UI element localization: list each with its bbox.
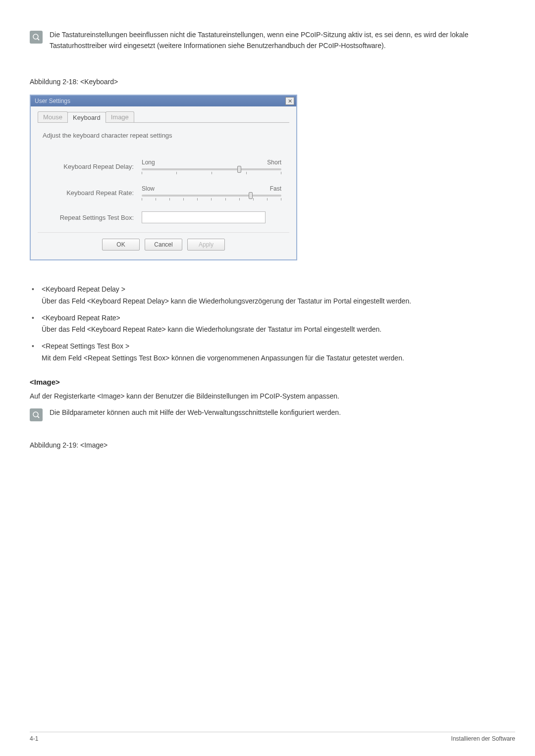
cancel-button[interactable]: Cancel	[145, 239, 182, 251]
svg-point-0	[33, 34, 38, 39]
item-title: <Repeat Settings Test Box >	[42, 341, 515, 352]
svg-line-1	[38, 39, 39, 40]
item-body: Über das Feld <Keyboard Repeat Rate> kan…	[42, 325, 381, 333]
section-heading-image: <Image>	[30, 378, 515, 386]
user-settings-dialog: User Settings ✕ Mouse Keyboard Image Adj…	[30, 95, 297, 260]
slider-repeat-rate[interactable]: Slow Fast	[142, 185, 281, 201]
tabstrip: Mouse Keyboard Image	[38, 111, 289, 123]
slider-delay-left: Long	[142, 159, 155, 166]
slider-delay-thumb[interactable]	[237, 166, 241, 173]
svg-line-3	[38, 416, 39, 418]
dialog-instruction: Adjust the keyboard character repeat set…	[43, 132, 289, 139]
info-icon	[30, 31, 43, 44]
list-item: <Keyboard Repeat Rate> Über das Feld <Ke…	[30, 313, 515, 335]
image-section-body: Auf der Registerkarte <Image> kann der B…	[30, 391, 515, 402]
label-repeat-rate: Keyboard Repeat Rate:	[53, 189, 142, 197]
slider-rate-right: Fast	[270, 185, 281, 192]
repeat-test-input[interactable]	[142, 211, 266, 223]
dialog-titlebar: User Settings ✕	[31, 96, 296, 106]
label-test-box: Repeat Settings Test Box:	[53, 214, 142, 221]
item-body: Mit dem Feld <Repeat Settings Test Box> …	[42, 354, 404, 362]
tab-mouse[interactable]: Mouse	[38, 111, 68, 122]
figure-caption-2: Abbildung 2-19: <Image>	[30, 441, 515, 449]
tab-image[interactable]: Image	[106, 111, 134, 122]
info-note-2: Die Bildparameter können auch mit Hilfe …	[30, 407, 515, 421]
info-note-text: Die Tastatureinstellungen beeinflussen n…	[50, 30, 515, 51]
list-item: <Keyboard Repeat Delay > Über das Feld <…	[30, 284, 515, 306]
dialog-title: User Settings	[35, 98, 70, 104]
slider-rate-thumb[interactable]	[249, 192, 253, 199]
apply-button: Apply	[187, 239, 225, 251]
footer-right: Installieren der Software	[451, 735, 515, 742]
tab-keyboard[interactable]: Keyboard	[67, 112, 106, 123]
close-button[interactable]: ✕	[285, 97, 294, 105]
slider-repeat-delay[interactable]: Long Short	[142, 159, 281, 174]
info-icon	[30, 408, 43, 421]
svg-point-2	[33, 412, 38, 417]
info-note-2-text: Die Bildparameter können auch mit Hilfe …	[50, 407, 341, 418]
description-list: <Keyboard Repeat Delay > Über das Feld <…	[30, 284, 515, 363]
page-footer: 4-1 Installieren der Software	[30, 732, 515, 742]
item-title: <Keyboard Repeat Delay >	[42, 284, 515, 295]
ok-button[interactable]: OK	[102, 239, 140, 251]
figure-caption-1: Abbildung 2-18: <Keyboard>	[30, 78, 515, 86]
item-body: Über das Feld <Keyboard Repeat Delay> ka…	[42, 297, 411, 305]
item-title: <Keyboard Repeat Rate>	[42, 313, 515, 324]
slider-rate-left: Slow	[142, 185, 155, 192]
footer-left: 4-1	[30, 735, 38, 742]
slider-delay-right: Short	[267, 159, 281, 166]
label-repeat-delay: Keyboard Repeat Delay:	[53, 163, 142, 170]
info-note: Die Tastatureinstellungen beeinflussen n…	[30, 30, 515, 51]
list-item: <Repeat Settings Test Box > Mit dem Feld…	[30, 341, 515, 363]
